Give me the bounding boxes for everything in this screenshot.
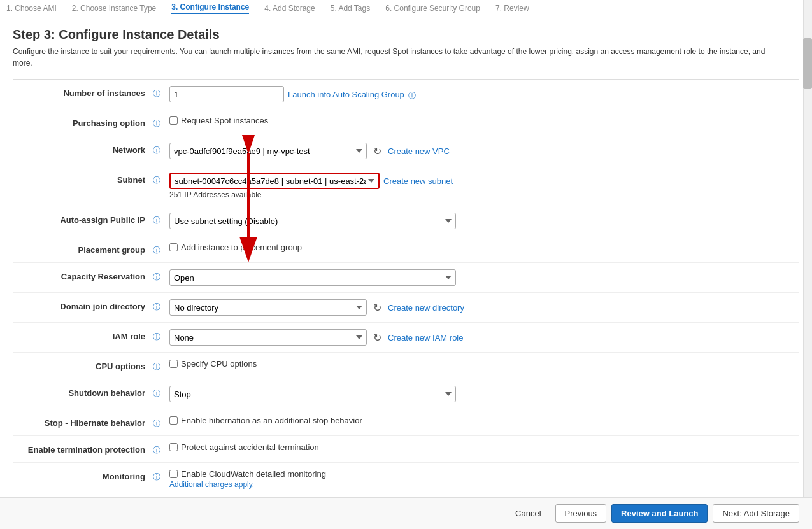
placement-group-row: Placement group ⓘ Add instance to placem… [13,236,799,263]
create-vpc-link[interactable]: Create new VPC [388,146,450,156]
nav-step-choose-instance-type[interactable]: 2. Choose Instance Type [72,4,157,13]
ip-available-text: 251 IP Addresses available [169,190,799,199]
placement-group-control: Add instance to placement group [169,243,799,252]
shutdown-behavior-control: Stop [169,386,799,402]
shutdown-behavior-row: Shutdown behavior ⓘ Stop [13,379,799,409]
monitoring-control: Enable CloudWatch detailed monitoring Ad… [169,469,799,489]
stop-hibernate-label: Stop - Hibernate behavior [13,416,153,428]
nav-step-review[interactable]: 7. Review [495,4,529,13]
iam-role-control: None ↻ Create new IAM role [169,329,799,346]
shutdown-behavior-label: Shutdown behavior [13,386,153,398]
number-of-instances-input[interactable] [169,86,284,102]
shutdown-behavior-info-icon[interactable]: ⓘ [153,386,166,399]
page-title: Step 3: Configure Instance Details [13,27,799,42]
request-spot-checkbox[interactable] [169,116,178,125]
termination-checkbox[interactable] [169,443,178,451]
purchasing-option-label: Purchasing option [13,116,153,128]
domain-join-control: No directory ↻ Create new directory [169,299,799,316]
termination-protection-label: Enable termination protection [13,442,153,455]
nav-step-add-tags[interactable]: 5. Add Tags [331,4,371,13]
cpu-options-info-icon[interactable]: ⓘ [153,359,166,372]
scrollbar-thumb[interactable] [803,38,812,89]
monitoring-checkbox[interactable] [169,470,178,478]
cpu-options-label: CPU options [13,359,153,371]
subnet-select[interactable]: subnet-00047c6cc4a5a7de8 | subnet-01 | u… [169,173,380,189]
termination-protection-info-icon[interactable]: ⓘ [153,442,166,456]
subnet-info-icon[interactable]: ⓘ [153,173,166,186]
subnet-label: Subnet [13,173,153,185]
nav-step-add-storage[interactable]: 4. Add Storage [264,4,315,13]
network-row: Network ⓘ vpc-0adfcf901f9ea5ae9 | my-vpc… [13,136,799,166]
iam-role-select[interactable]: None [169,329,367,346]
termination-checkbox-label[interactable]: Protect against accidental termination [169,442,799,452]
cpu-options-checkbox[interactable] [169,360,178,368]
cpu-options-control: Specify CPU options [169,359,799,369]
cpu-options-row: CPU options ⓘ Specify CPU options [13,353,799,379]
domain-join-info-icon[interactable]: ⓘ [153,299,166,313]
domain-join-select[interactable]: No directory [169,299,367,316]
stop-hibernate-control: Enable hibernation as an additional stop… [169,416,799,425]
iam-role-row: IAM role ⓘ None ↻ Create new IAM role [13,323,799,353]
nav-step-configure-security-group[interactable]: 6. Configure Security Group [385,4,480,13]
nav-step-configure-instance[interactable]: 3. Configure Instance [171,3,249,14]
capacity-reservation-control: Open [169,269,799,286]
stop-hibernate-row: Stop - Hibernate behavior ⓘ Enable hiber… [13,409,799,436]
purchasing-option-control: Request Spot instances [169,116,799,125]
monitoring-sub[interactable]: Additional charges apply. [169,480,799,489]
iam-role-label: IAM role [13,329,153,341]
placement-group-label: Placement group [13,243,153,255]
auto-assign-ip-row: Auto-assign Public IP ⓘ Use subnet setti… [13,206,799,236]
network-control: vpc-0adfcf901f9ea5ae9 | my-vpc-test ↻ Cr… [169,143,799,159]
shutdown-behavior-select[interactable]: Stop [169,386,456,402]
main-content: Step 3: Configure Instance Details Confi… [0,17,812,495]
termination-text: Protect against accidental termination [181,442,319,452]
auto-assign-ip-info-icon[interactable]: ⓘ [153,213,166,226]
monitoring-row: Monitoring ⓘ Enable CloudWatch detailed … [13,463,799,495]
stop-hibernate-info-icon[interactable]: ⓘ [153,416,166,429]
domain-join-refresh-icon[interactable]: ↻ [373,302,381,314]
network-select[interactable]: vpc-0adfcf901f9ea5ae9 | my-vpc-test [169,143,367,159]
monitoring-checkbox-label[interactable]: Enable CloudWatch detailed monitoring [169,469,799,479]
capacity-reservation-row: Capacity Reservation ⓘ Open [13,263,799,293]
iam-role-refresh-icon[interactable]: ↻ [373,332,381,344]
request-spot-text: Request Spot instances [181,116,268,125]
cpu-options-text: Specify CPU options [181,359,257,369]
purchasing-option-info-icon[interactable]: ⓘ [153,116,166,129]
launch-auto-scaling-info[interactable]: ⓘ [408,88,421,101]
wizard-nav: 1. Choose AMI2. Choose Instance Type3. C… [0,0,812,17]
hibernate-text: Enable hibernation as an additional stop… [181,416,362,425]
auto-assign-ip-select[interactable]: Use subnet setting (Disable) [169,213,456,229]
termination-protection-row: Enable termination protection ⓘ Protect … [13,436,799,463]
subnet-control: subnet-00047c6cc4a5a7de8 | subnet-01 | u… [169,173,799,199]
network-label: Network [13,143,153,155]
auto-assign-ip-label: Auto-assign Public IP [13,213,153,225]
placement-group-info-icon[interactable]: ⓘ [153,243,166,256]
scrollbar-track[interactable] [803,0,812,495]
purchasing-option-row: Purchasing option ⓘ Request Spot instanc… [13,109,799,136]
capacity-reservation-info-icon[interactable]: ⓘ [153,269,166,283]
auto-assign-ip-control: Use subnet setting (Disable) [169,213,799,229]
placement-group-checkbox-label[interactable]: Add instance to placement group [169,243,799,252]
request-spot-checkbox-label[interactable]: Request Spot instances [169,116,799,125]
nav-step-choose-ami[interactable]: 1. Choose AMI [6,4,57,13]
create-directory-link[interactable]: Create new directory [388,303,464,313]
number-of-instances-control: Launch into Auto Scaling Group ⓘ [169,86,799,102]
monitoring-info-icon[interactable]: ⓘ [153,469,166,483]
network-refresh-icon[interactable]: ↻ [373,145,381,157]
cpu-options-checkbox-label[interactable]: Specify CPU options [169,359,799,369]
hibernate-checkbox[interactable] [169,416,178,425]
monitoring-label: Monitoring [13,469,153,481]
network-info-icon[interactable]: ⓘ [153,143,166,156]
page-description: Configure the instance to suit your requ… [13,46,777,69]
iam-role-info-icon[interactable]: ⓘ [153,329,166,342]
create-iam-link[interactable]: Create new IAM role [388,333,464,342]
subnet-row: Subnet ⓘ subnet-00047c6cc4a5a7de8 | subn… [13,166,799,206]
domain-join-row: Domain join directory ⓘ No directory ↻ C… [13,293,799,323]
number-of-instances-row: Number of instances ⓘ Launch into Auto S… [13,80,799,109]
capacity-reservation-select[interactable]: Open [169,269,456,286]
create-subnet-link[interactable]: Create new subnet [383,176,453,186]
hibernate-checkbox-label[interactable]: Enable hibernation as an additional stop… [169,416,799,425]
placement-group-checkbox[interactable] [169,243,178,251]
number-of-instances-info-icon[interactable]: ⓘ [153,86,166,99]
launch-auto-scaling-link[interactable]: Launch into Auto Scaling Group [288,90,404,99]
